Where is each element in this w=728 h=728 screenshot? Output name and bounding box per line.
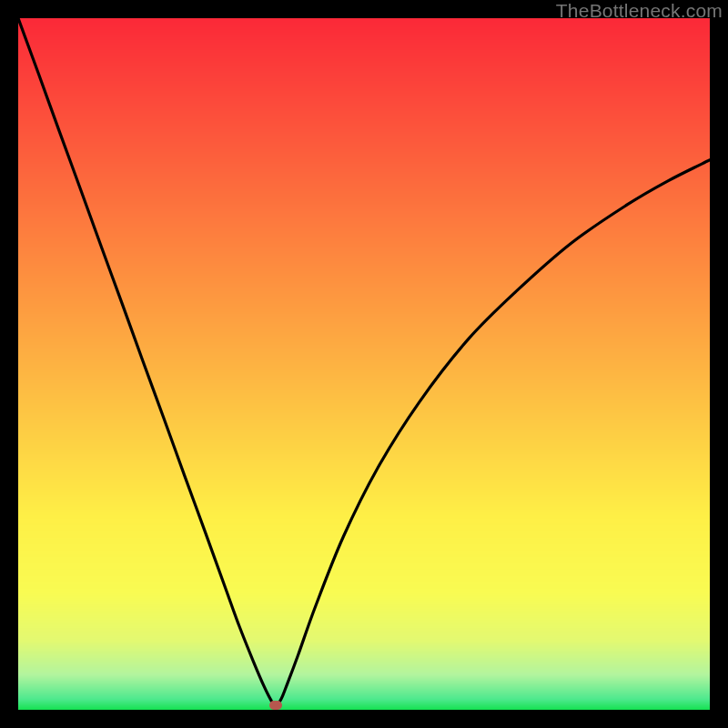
gradient-band (18, 709, 710, 710)
minimum-marker (269, 701, 282, 710)
outer-black-frame: TheBottleneck.com (0, 0, 728, 728)
plot-area (18, 18, 710, 710)
